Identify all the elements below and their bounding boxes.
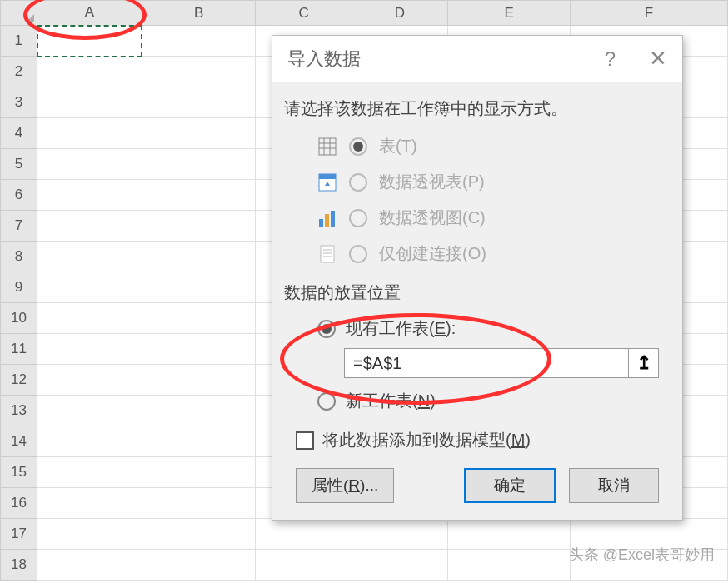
- row-header[interactable]: 7: [1, 211, 37, 242]
- cell[interactable]: [37, 396, 142, 426]
- col-header-e[interactable]: E: [448, 1, 571, 26]
- checkbox-data-model[interactable]: [296, 431, 314, 450]
- row-header[interactable]: 18: [1, 550, 37, 581]
- row-header[interactable]: 9: [1, 272, 37, 303]
- row-header[interactable]: 16: [1, 488, 37, 519]
- cell[interactable]: [448, 550, 571, 581]
- cell[interactable]: [142, 149, 255, 180]
- dialog-header: 导入数据 ? ✕: [272, 36, 682, 82]
- cell[interactable]: [142, 57, 255, 87]
- radio-connection: [349, 245, 367, 263]
- row-header[interactable]: 15: [1, 457, 37, 488]
- cell[interactable]: [142, 550, 255, 581]
- option-connection: 仅创建连接(O): [284, 236, 671, 272]
- option-existing-sheet[interactable]: 现有工作表(E):: [284, 312, 671, 345]
- cell[interactable]: [142, 272, 255, 303]
- cell[interactable]: [142, 26, 255, 57]
- cancel-button[interactable]: 取消: [569, 468, 659, 503]
- cell[interactable]: [37, 457, 142, 488]
- cell[interactable]: [256, 519, 352, 550]
- cell[interactable]: [142, 303, 255, 334]
- svg-rect-10: [321, 246, 334, 262]
- label-data-model: 将此数据添加到数据模型(M): [322, 429, 531, 451]
- cell[interactable]: [37, 334, 142, 365]
- label-existing-sheet: 现有工作表(E):: [346, 317, 456, 340]
- option-pivot-table: 数据透视表(P): [284, 164, 671, 200]
- row-header[interactable]: 12: [1, 365, 37, 396]
- cell[interactable]: [142, 118, 255, 149]
- display-prompt: 请选择该数据在工作簿中的显示方式。: [284, 97, 671, 120]
- range-picker-button[interactable]: ↥: [629, 348, 659, 378]
- cell[interactable]: [37, 211, 142, 242]
- cell[interactable]: [142, 457, 255, 488]
- row-header[interactable]: 10: [1, 303, 37, 334]
- cell[interactable]: [37, 180, 142, 211]
- label-table: 表(T): [379, 135, 417, 157]
- row-header[interactable]: 3: [1, 87, 37, 118]
- svg-rect-9: [331, 211, 335, 227]
- col-header-b[interactable]: B: [142, 1, 255, 26]
- col-header-c[interactable]: C: [256, 1, 352, 26]
- cell[interactable]: [142, 242, 255, 272]
- label-pivot-chart: 数据透视图(C): [379, 207, 486, 229]
- cell[interactable]: [256, 550, 352, 581]
- cell[interactable]: [142, 334, 255, 365]
- col-header-f[interactable]: F: [571, 1, 728, 26]
- option-new-sheet[interactable]: 新工作表(N): [284, 385, 671, 417]
- col-header-d[interactable]: D: [352, 1, 447, 26]
- cell[interactable]: [37, 303, 142, 334]
- row-header[interactable]: 8: [1, 242, 37, 272]
- row-header[interactable]: 4: [1, 118, 37, 149]
- cell[interactable]: [37, 87, 142, 118]
- cell[interactable]: [142, 180, 255, 211]
- cell[interactable]: [37, 519, 142, 550]
- table-icon: [317, 137, 337, 157]
- cell[interactable]: [37, 272, 142, 303]
- cell[interactable]: [37, 426, 142, 457]
- data-model-row[interactable]: 将此数据添加到数据模型(M): [284, 417, 671, 468]
- cell-reference-input[interactable]: [344, 348, 629, 378]
- cell[interactable]: [37, 365, 142, 396]
- cell-a1[interactable]: [37, 26, 142, 57]
- radio-new-sheet[interactable]: [317, 392, 336, 411]
- dialog-buttons: 属性(R)... 确定 取消: [284, 468, 671, 508]
- cell[interactable]: [142, 211, 255, 242]
- close-icon[interactable]: ✕: [649, 46, 667, 72]
- row-header[interactable]: 13: [1, 396, 37, 426]
- cell[interactable]: [37, 57, 142, 87]
- label-new-sheet: 新工作表(N): [346, 390, 436, 412]
- select-all-corner[interactable]: [1, 1, 37, 26]
- radio-pivot-table: [349, 173, 367, 192]
- cell[interactable]: [142, 87, 255, 118]
- cell[interactable]: [352, 550, 447, 581]
- properties-button[interactable]: 属性(R)...: [296, 468, 394, 503]
- reference-input-row: ↥: [284, 345, 671, 385]
- cell[interactable]: [37, 550, 142, 581]
- row-header[interactable]: 1: [1, 26, 37, 57]
- row-header[interactable]: 11: [1, 334, 37, 365]
- location-section: 数据的放置位置 现有工作表(E): ↥ 新工作表(N): [284, 282, 671, 417]
- cell[interactable]: [37, 118, 142, 149]
- row-header[interactable]: 14: [1, 426, 37, 457]
- option-table: 表(T): [284, 128, 671, 164]
- col-header-a[interactable]: A: [37, 1, 142, 26]
- cell[interactable]: [352, 519, 447, 550]
- cell[interactable]: [37, 242, 142, 272]
- help-icon[interactable]: ?: [605, 47, 616, 71]
- row-header[interactable]: 2: [1, 57, 37, 87]
- cell[interactable]: [142, 396, 255, 426]
- row-header[interactable]: 5: [1, 149, 37, 180]
- cell[interactable]: [142, 488, 255, 519]
- row-header[interactable]: 17: [1, 519, 37, 550]
- ok-button[interactable]: 确定: [464, 468, 556, 503]
- cell[interactable]: [142, 519, 255, 550]
- row-header[interactable]: 6: [1, 180, 37, 211]
- dialog-title: 导入数据: [287, 47, 605, 72]
- cell[interactable]: [37, 488, 142, 519]
- cell[interactable]: [142, 426, 255, 457]
- radio-existing-sheet[interactable]: [317, 320, 336, 338]
- cell[interactable]: [37, 149, 142, 180]
- cell[interactable]: [142, 365, 255, 396]
- import-data-dialog: 导入数据 ? ✕ 请选择该数据在工作簿中的显示方式。 表(T) 数据透视表(P)…: [272, 35, 683, 521]
- cell[interactable]: [448, 519, 571, 550]
